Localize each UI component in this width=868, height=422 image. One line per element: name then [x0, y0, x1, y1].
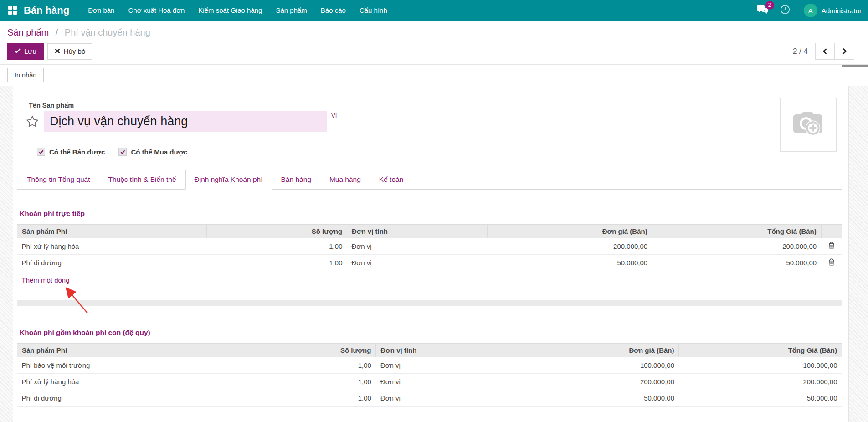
table-cell[interactable]: Phí bảo vệ môi trường — [17, 357, 236, 374]
table-cell[interactable]: 200.000,00 — [487, 238, 652, 255]
table-row[interactable]: Phí xử lý hàng hóa1,00Đơn vị200.000,0020… — [17, 238, 842, 255]
product-name-input[interactable] — [44, 111, 327, 132]
nav-menu: Đơn bánChờ xuất Hoá đơnKiểm soát Giao hà… — [81, 0, 394, 21]
table-cell[interactable]: 1,00 — [236, 374, 376, 390]
table-row[interactable]: Phí đi đường1,00Đơn vị50.000,0050.000,00 — [17, 390, 842, 407]
table-cell[interactable]: 50.000,00 — [652, 255, 821, 271]
can-be-sold-checkbox[interactable]: Có thể Bán được — [37, 148, 105, 156]
table-cell[interactable]: Phí đi đường — [17, 390, 236, 407]
direct-fees-table: Sản phẩm PhíSố lượngĐơn vị tínhĐơn giá (… — [17, 224, 842, 289]
column-header[interactable]: Sản phẩm Phí — [17, 344, 236, 357]
x-icon — [55, 47, 60, 55]
print-label-button[interactable]: In nhãn — [7, 68, 44, 82]
table-cell[interactable]: Đơn vị — [376, 357, 516, 374]
nav-item-3[interactable]: Sản phẩm — [269, 0, 313, 21]
user-avatar[interactable]: A — [804, 4, 817, 17]
breadcrumb: Sản phẩm / Phí vận chuyển hàng — [0, 21, 868, 39]
table-filler-band — [17, 300, 842, 306]
pager-value: 2 / 4 — [793, 47, 808, 56]
notebook-tabs: Thông tin Tổng quátThuộc tính & Biến thể… — [17, 170, 842, 190]
section-title-recursive-fees: Khoản phí gồm khoản phí con (đệ quy) — [20, 329, 842, 337]
table-cell[interactable]: 50.000,00 — [516, 390, 679, 407]
capability-checkboxes: Có thể Bán được Có thể Mua được — [37, 148, 842, 156]
table-cell[interactable]: Đơn vị — [347, 238, 487, 255]
horizontal-scrollbar-thumb[interactable] — [842, 65, 868, 67]
table-cell[interactable]: 1,00 — [207, 238, 347, 255]
table-cell[interactable]: Đơn vị — [347, 255, 487, 271]
table-cell[interactable]: Phí đi đường — [17, 255, 207, 271]
delete-row-trash-icon[interactable] — [828, 242, 835, 249]
table-cell[interactable]: 100.000,00 — [516, 357, 679, 374]
table-cell[interactable]: 50.000,00 — [487, 255, 652, 271]
column-header[interactable]: Tổng Giá (Bán) — [679, 344, 842, 357]
table-cell[interactable]: 1,00 — [236, 357, 376, 374]
control-panel: Lưu Hủy bỏ 2 / 4 — [0, 39, 868, 64]
column-header[interactable]: Đơn giá (Bán) — [487, 225, 652, 238]
table-cell[interactable]: Phí xử lý hàng hóa — [17, 238, 207, 255]
column-header[interactable]: Sản phẩm Phí — [17, 225, 207, 238]
nav-item-0[interactable]: Đơn bán — [81, 0, 121, 21]
nav-item-1[interactable]: Chờ xuất Hoá đơn — [121, 0, 191, 21]
nav-item-2[interactable]: Kiểm soát Giao hàng — [191, 0, 269, 21]
nav-item-4[interactable]: Báo cáo — [314, 0, 353, 21]
breadcrumb-current: Phí vận chuyển hàng — [65, 27, 150, 37]
pager-previous-button[interactable] — [815, 43, 835, 60]
check-icon — [15, 47, 21, 55]
table-cell[interactable]: Đơn vị — [376, 374, 516, 390]
tab-3[interactable]: Bán hàng — [272, 170, 320, 190]
app-name[interactable]: Bán hàng — [24, 5, 69, 16]
column-header[interactable]: Đơn vị tính — [376, 344, 516, 357]
messages-button[interactable]: 2 — [757, 5, 768, 16]
add-line-link[interactable]: Thêm một dòng — [17, 271, 842, 289]
tab-1[interactable]: Thuộc tính & Biến thể — [99, 170, 185, 190]
column-header[interactable]: Đơn giá (Bán) — [516, 344, 679, 357]
table-cell[interactable]: 50.000,00 — [679, 390, 842, 407]
save-button[interactable]: Lưu — [7, 43, 44, 60]
table-row[interactable]: Phí đi đường1,00Đơn vị50.000,0050.000,00 — [17, 255, 842, 271]
activity-clock-button[interactable] — [780, 5, 790, 16]
tab-2[interactable]: Định nghĩa Khoản phí — [185, 170, 272, 190]
pager: 2 / 4 — [793, 43, 861, 60]
column-header[interactable]: Số lượng — [207, 225, 347, 238]
form-sheet: Tên Sản phẩm VI — [13, 86, 849, 422]
checkbox-checked-icon — [118, 148, 127, 156]
can-be-purchased-checkbox[interactable]: Có thể Mua được — [118, 148, 187, 156]
apps-grid-icon[interactable] — [8, 6, 17, 15]
favorite-star-icon[interactable] — [24, 115, 41, 129]
nav-item-5[interactable]: Cấu hình — [353, 0, 394, 21]
section-title-direct-fees: Khoản phí trực tiếp — [20, 210, 842, 218]
table-row[interactable]: Phí bảo vệ môi trường1,00Đơn vị100.000,0… — [17, 357, 842, 374]
table-cell[interactable]: 1,00 — [207, 255, 347, 271]
column-header[interactable]: Số lượng — [236, 344, 376, 357]
tab-4[interactable]: Mua hàng — [320, 170, 370, 190]
column-header[interactable]: Tổng Giá (Bán) — [652, 225, 821, 238]
table-cell[interactable]: 200.000,00 — [652, 238, 821, 255]
checkbox-checked-icon — [37, 148, 45, 156]
action-toolbar: In nhãn — [0, 65, 868, 86]
product-image-placeholder[interactable] — [780, 98, 837, 152]
language-badge[interactable]: VI — [331, 112, 337, 119]
breadcrumb-separator: / — [56, 27, 58, 37]
recursive-fees-table: Sản phẩm PhíSố lượngĐơn vị tínhĐơn giá (… — [17, 343, 842, 407]
column-header[interactable]: Đơn vị tính — [347, 225, 487, 238]
pager-next-button[interactable] — [835, 43, 854, 60]
table-cell[interactable]: 200.000,00 — [679, 374, 842, 390]
table-cell[interactable]: Đơn vị — [376, 390, 516, 407]
breadcrumb-parent-link[interactable]: Sản phẩm — [7, 27, 49, 37]
table-cell[interactable]: Phí xử lý hàng hóa — [17, 374, 236, 390]
product-name-row: VI — [17, 111, 842, 132]
table-cell[interactable]: 1,00 — [236, 390, 376, 407]
delete-column-header — [821, 225, 842, 238]
tab-0[interactable]: Thông tin Tổng quát — [18, 170, 99, 190]
table-cell[interactable]: 200.000,00 — [516, 374, 679, 390]
tab-5[interactable]: Kế toán — [370, 170, 412, 190]
table-row[interactable]: Phí xử lý hàng hóa1,00Đơn vị200.000,0020… — [17, 374, 842, 390]
table-cell[interactable]: 100.000,00 — [679, 357, 842, 374]
user-name[interactable]: Administrator — [822, 7, 862, 15]
product-name-label: Tên Sản phẩm — [29, 102, 842, 109]
delete-row-trash-icon[interactable] — [828, 258, 835, 266]
clock-icon — [780, 8, 790, 16]
top-navbar: Bán hàng Đơn bánChờ xuất Hoá đơnKiểm soá… — [0, 0, 868, 21]
messages-count-badge: 2 — [765, 1, 774, 10]
discard-button[interactable]: Hủy bỏ — [47, 43, 93, 60]
